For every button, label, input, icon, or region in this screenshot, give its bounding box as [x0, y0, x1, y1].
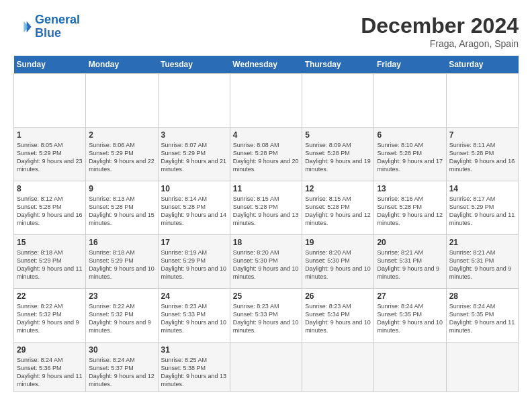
calendar-cell: 13Sunrise: 8:16 AMSunset: 5:28 PMDayligh… — [374, 181, 446, 235]
calendar-cell: 23Sunrise: 8:22 AMSunset: 5:32 PMDayligh… — [86, 289, 158, 342]
day-number: 20 — [377, 238, 443, 247]
day-info: Sunrise: 8:24 AMSunset: 5:37 PMDaylight:… — [89, 356, 154, 389]
day-info: Sunrise: 8:23 AMSunset: 5:34 PMDaylight:… — [305, 302, 371, 335]
calendar-cell: 12Sunrise: 8:15 AMSunset: 5:28 PMDayligh… — [302, 181, 374, 235]
calendar-cell: 6Sunrise: 8:10 AMSunset: 5:28 PMDaylight… — [374, 128, 446, 181]
calendar-cell: 10Sunrise: 8:14 AMSunset: 5:28 PMDayligh… — [158, 181, 230, 235]
day-number: 23 — [89, 291, 154, 301]
month-title: December 2024 — [361, 13, 519, 38]
calendar-cell — [446, 74, 518, 128]
day-number: 30 — [89, 345, 154, 355]
calendar-cell: 28Sunrise: 8:24 AMSunset: 5:35 PMDayligh… — [446, 289, 518, 342]
col-header-sunday: Sunday — [14, 56, 86, 74]
day-info: Sunrise: 8:08 AMSunset: 5:28 PMDaylight:… — [233, 141, 299, 174]
day-number: 5 — [305, 130, 371, 140]
day-number: 18 — [233, 238, 299, 247]
col-header-thursday: Thursday — [302, 56, 374, 74]
day-number: 26 — [305, 291, 371, 301]
day-number: 16 — [89, 238, 154, 247]
day-info: Sunrise: 8:07 AMSunset: 5:29 PMDaylight:… — [161, 141, 227, 174]
day-info: Sunrise: 8:14 AMSunset: 5:28 PMDaylight:… — [161, 195, 227, 228]
day-number: 22 — [17, 291, 83, 301]
day-number: 17 — [161, 238, 227, 247]
day-info: Sunrise: 8:21 AMSunset: 5:31 PMDaylight:… — [449, 248, 515, 281]
calendar-cell: 18Sunrise: 8:20 AMSunset: 5:30 PMDayligh… — [230, 235, 302, 289]
calendar-cell: 14Sunrise: 8:17 AMSunset: 5:29 PMDayligh… — [446, 181, 518, 235]
logo-line2: Blue — [35, 26, 61, 40]
calendar-cell — [302, 74, 374, 128]
day-info: Sunrise: 8:24 AMSunset: 5:35 PMDaylight:… — [449, 302, 515, 335]
day-info: Sunrise: 8:11 AMSunset: 5:28 PMDaylight:… — [449, 141, 515, 174]
day-info: Sunrise: 8:24 AMSunset: 5:36 PMDaylight:… — [17, 356, 83, 389]
calendar-cell — [374, 342, 446, 392]
day-number: 31 — [161, 345, 227, 355]
day-number: 10 — [161, 184, 227, 193]
day-number: 21 — [449, 238, 515, 247]
day-info: Sunrise: 8:10 AMSunset: 5:28 PMDaylight:… — [377, 141, 443, 174]
calendar-cell: 15Sunrise: 8:18 AMSunset: 5:29 PMDayligh… — [14, 235, 86, 289]
calendar-cell: 22Sunrise: 8:22 AMSunset: 5:32 PMDayligh… — [14, 289, 86, 342]
day-number: 28 — [449, 291, 515, 301]
calendar-cell: 8Sunrise: 8:12 AMSunset: 5:28 PMDaylight… — [14, 181, 86, 235]
day-info: Sunrise: 8:24 AMSunset: 5:35 PMDaylight:… — [377, 302, 443, 335]
calendar-cell: 5Sunrise: 8:09 AMSunset: 5:28 PMDaylight… — [302, 128, 374, 181]
calendar-cell: 31Sunrise: 8:25 AMSunset: 5:38 PMDayligh… — [158, 342, 230, 392]
day-number: 7 — [449, 130, 515, 140]
calendar-cell: 17Sunrise: 8:19 AMSunset: 5:29 PMDayligh… — [158, 235, 230, 289]
day-info: Sunrise: 8:09 AMSunset: 5:28 PMDaylight:… — [305, 141, 371, 174]
day-number: 3 — [161, 130, 227, 140]
calendar-header-row: SundayMondayTuesdayWednesdayThursdayFrid… — [14, 56, 519, 74]
day-info: Sunrise: 8:12 AMSunset: 5:28 PMDaylight:… — [17, 195, 83, 228]
page-header: General Blue December 2024 Fraga, Aragon… — [13, 13, 519, 49]
calendar-table: SundayMondayTuesdayWednesdayThursdayFrid… — [13, 56, 519, 392]
calendar-cell — [374, 74, 446, 128]
calendar-cell: 1Sunrise: 8:05 AMSunset: 5:29 PMDaylight… — [14, 128, 86, 181]
calendar-cell — [158, 74, 230, 128]
day-info: Sunrise: 8:18 AMSunset: 5:29 PMDaylight:… — [17, 248, 83, 281]
logo-icon — [13, 17, 32, 36]
calendar-cell: 2Sunrise: 8:06 AMSunset: 5:29 PMDaylight… — [86, 128, 158, 181]
day-number: 29 — [17, 345, 83, 355]
day-number: 6 — [377, 130, 443, 140]
day-info: Sunrise: 8:23 AMSunset: 5:33 PMDaylight:… — [233, 302, 299, 335]
day-number: 2 — [89, 130, 154, 140]
calendar-cell — [86, 74, 158, 128]
calendar-cell: 24Sunrise: 8:23 AMSunset: 5:33 PMDayligh… — [158, 289, 230, 342]
day-number: 4 — [233, 130, 299, 140]
day-info: Sunrise: 8:13 AMSunset: 5:28 PMDaylight:… — [89, 195, 154, 228]
calendar-cell: 11Sunrise: 8:15 AMSunset: 5:28 PMDayligh… — [230, 181, 302, 235]
day-number: 14 — [449, 184, 515, 193]
calendar-cell: 20Sunrise: 8:21 AMSunset: 5:31 PMDayligh… — [374, 235, 446, 289]
calendar-cell: 3Sunrise: 8:07 AMSunset: 5:29 PMDaylight… — [158, 128, 230, 181]
calendar-cell: 30Sunrise: 8:24 AMSunset: 5:37 PMDayligh… — [86, 342, 158, 392]
day-number: 1 — [17, 130, 83, 140]
day-info: Sunrise: 8:15 AMSunset: 5:28 PMDaylight:… — [305, 195, 371, 228]
calendar-cell: 9Sunrise: 8:13 AMSunset: 5:28 PMDaylight… — [86, 181, 158, 235]
col-header-tuesday: Tuesday — [158, 56, 230, 74]
day-number: 9 — [89, 184, 154, 193]
day-info: Sunrise: 8:17 AMSunset: 5:29 PMDaylight:… — [449, 195, 515, 228]
day-number: 12 — [305, 184, 371, 193]
calendar-cell: 27Sunrise: 8:24 AMSunset: 5:35 PMDayligh… — [374, 289, 446, 342]
calendar-cell: 4Sunrise: 8:08 AMSunset: 5:28 PMDaylight… — [230, 128, 302, 181]
calendar-cell: 7Sunrise: 8:11 AMSunset: 5:28 PMDaylight… — [446, 128, 518, 181]
day-info: Sunrise: 8:16 AMSunset: 5:28 PMDaylight:… — [377, 195, 443, 228]
calendar-cell — [302, 342, 374, 392]
col-header-monday: Monday — [86, 56, 158, 74]
location: Fraga, Aragon, Spain — [361, 38, 519, 49]
calendar-cell: 19Sunrise: 8:20 AMSunset: 5:30 PMDayligh… — [302, 235, 374, 289]
day-info: Sunrise: 8:22 AMSunset: 5:32 PMDaylight:… — [89, 302, 154, 335]
col-header-saturday: Saturday — [446, 56, 518, 74]
logo: General Blue — [13, 13, 80, 40]
day-info: Sunrise: 8:23 AMSunset: 5:33 PMDaylight:… — [161, 302, 227, 335]
col-header-friday: Friday — [374, 56, 446, 74]
logo-text: General Blue — [35, 13, 80, 40]
day-info: Sunrise: 8:22 AMSunset: 5:32 PMDaylight:… — [17, 302, 83, 335]
day-info: Sunrise: 8:21 AMSunset: 5:31 PMDaylight:… — [377, 248, 443, 281]
title-block: December 2024 Fraga, Aragon, Spain — [361, 13, 519, 49]
calendar-cell: 29Sunrise: 8:24 AMSunset: 5:36 PMDayligh… — [14, 342, 86, 392]
day-number: 8 — [17, 184, 83, 193]
day-number: 25 — [233, 291, 299, 301]
day-info: Sunrise: 8:19 AMSunset: 5:29 PMDaylight:… — [161, 248, 227, 281]
day-info: Sunrise: 8:25 AMSunset: 5:38 PMDaylight:… — [161, 356, 227, 389]
